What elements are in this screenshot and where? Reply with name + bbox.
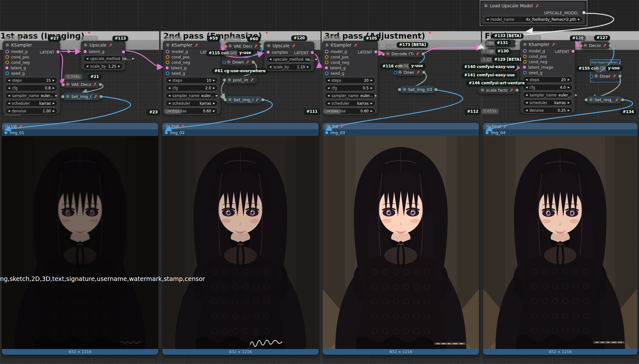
vae-decode-node[interactable]: VAE Decode [225, 42, 261, 50]
down-node[interactable]: Down [591, 72, 620, 80]
down-node[interactable]: Down [224, 58, 253, 66]
port-dot[interactable] [166, 50, 169, 53]
port-dot[interactable] [223, 79, 226, 81]
port-dot[interactable] [398, 88, 401, 91]
port-dot[interactable] [5, 61, 9, 64]
port-dot[interactable] [325, 131, 328, 134]
port-dot[interactable] [267, 51, 270, 54]
port-dot[interactable] [585, 98, 588, 101]
port-dot[interactable] [486, 131, 489, 134]
port-dot[interactable] [515, 42, 518, 45]
port-dot[interactable] [523, 66, 526, 69]
node-title-bar[interactable]: Upscale [264, 42, 314, 49]
node-title-bar[interactable]: Upscale [81, 41, 125, 49]
upscale-node[interactable]: UpscalesamplesLATENT◀upscale_methodne...… [264, 42, 314, 71]
port-dot[interactable] [590, 75, 593, 78]
widget-scale_by[interactable]: ◀scale_by1.10▶ [266, 64, 312, 70]
node-title-bar[interactable]: Load Upscale Model [481, 2, 585, 10]
set-img-node[interactable]: Set_img_04 [586, 96, 622, 103]
widget-scale_by[interactable]: ◀scale_by1.25▶ [83, 63, 123, 70]
port-dot[interactable] [5, 66, 8, 69]
node-title-bar[interactable]: KSampler [3, 41, 60, 49]
upscale-node[interactable]: Upscalelatent_g◀upscale_methodne...▶◀sca… [81, 41, 126, 70]
node-title-bar[interactable]: KSampler [520, 41, 575, 48]
port-dot[interactable] [5, 55, 9, 59]
port-dot[interactable] [325, 66, 328, 69]
port-dot[interactable] [523, 60, 527, 64]
port-dot[interactable] [84, 50, 87, 53]
port-dot[interactable] [579, 44, 582, 48]
widget-sampler_name[interactable]: ◀sampler_nameeuler...▶ [325, 92, 375, 99]
preview-header[interactable]: 1st [2, 123, 158, 129]
node-graph-canvas[interactable]: 1st pass (Imaging)2nd pass (Emphasize)3r… [0, 0, 639, 364]
port-dot[interactable] [325, 72, 328, 75]
port-dot[interactable] [374, 50, 377, 53]
ksampler-node[interactable]: KSamplermodel_gcond_poscond_neglatent_gs… [322, 41, 378, 114]
widget-denoise[interactable]: ◀denoise1.00▶ [5, 108, 58, 114]
port-dot[interactable] [582, 11, 585, 14]
widget-steps[interactable]: ◀steps20▶ [523, 76, 573, 83]
node-title-bar[interactable]: KSampler [322, 41, 378, 49]
port-dot[interactable] [381, 52, 385, 56]
ksampler-node[interactable]: KSamplermodel_gcond_poscond_neglatent_im… [520, 40, 575, 113]
port-dot[interactable] [166, 72, 169, 75]
post-img-node[interactable]: post_img [224, 76, 258, 84]
set-img-node[interactable]: Set_img_02 [225, 96, 263, 103]
port-dot[interactable] [609, 44, 612, 47]
widget-upscale_method[interactable]: ◀upscale_methodne...▶ [266, 56, 312, 63]
port-dot[interactable] [166, 66, 169, 69]
port-dot[interactable] [523, 71, 527, 74]
port-dot[interactable] [523, 55, 527, 58]
port-dot[interactable] [621, 98, 624, 101]
port-dot[interactable] [166, 61, 169, 64]
port-dot[interactable] [394, 71, 397, 74]
port-dot[interactable] [619, 75, 621, 78]
port-dot[interactable] [5, 50, 9, 53]
port-dot[interactable] [122, 50, 125, 53]
port-dot[interactable] [166, 55, 169, 59]
preview-node-4[interactable]: Finalimg_04832 × 1216 [483, 123, 637, 355]
decode-node[interactable]: Decode [580, 42, 610, 49]
down-node[interactable]: Down [395, 68, 424, 76]
port-dot[interactable] [260, 45, 263, 48]
widget-steps[interactable]: ◀steps10▶ [166, 77, 218, 84]
port-dot[interactable] [165, 131, 168, 134]
port-dot[interactable] [5, 72, 9, 75]
preview-header[interactable]: Final [483, 123, 637, 129]
widget-scheduler[interactable]: ◀schedulerkarras▶ [5, 100, 58, 107]
widget-sampler_name[interactable]: ◀sampler_nameeuler...▶ [5, 92, 58, 99]
node-title-bar[interactable]: KSampler [163, 41, 220, 49]
port-dot[interactable] [222, 61, 226, 64]
widget-cfg[interactable]: ◀cfg2.0▶ [166, 85, 218, 91]
port-dot[interactable] [57, 50, 59, 53]
load-upscale-model-node[interactable]: Load Upscale ModelUPSCALE_MODEL◀model_na… [481, 2, 585, 25]
widget-cfg[interactable]: ◀cfg0.5▶ [325, 85, 375, 91]
scale-factor-node[interactable]: scale factor [477, 86, 517, 94]
widget-cfg[interactable]: ◀cfg0.8▶ [5, 85, 58, 91]
widget-denoise[interactable]: ◀denoise0.25▶ [523, 107, 573, 114]
widget-model-name[interactable]: ◀model_name4x_foolhardy_Remacri2.pth▶ [484, 16, 583, 23]
port-dot[interactable] [4, 131, 7, 134]
preview-node-1[interactable]: 1stimg_01832 × 1216 [2, 123, 158, 355]
widget-steps[interactable]: ◀steps20▶ [325, 77, 375, 84]
widget-cfg[interactable]: ◀cfg4.0▶ [523, 84, 573, 91]
widget-upscale_method[interactable]: ◀upscale_methodne...▶ [83, 55, 123, 62]
preview-header[interactable]: 3rd [323, 123, 479, 129]
port-dot[interactable] [261, 98, 264, 101]
port-dot[interactable] [523, 49, 527, 53]
port-dot[interactable] [252, 61, 255, 64]
port-dot[interactable] [61, 83, 65, 87]
set-img-node[interactable]: Set_img_03 [399, 86, 436, 93]
port-dot[interactable] [99, 83, 102, 86]
vae-decode-node[interactable]: VAE Decode [63, 80, 100, 88]
port-dot[interactable] [224, 45, 227, 48]
preview-node-2[interactable]: 2ndimg_02832 × 1216 [162, 123, 319, 355]
widget-scheduler[interactable]: ◀schedulerkarras▶ [166, 100, 218, 107]
port-dot[interactable] [572, 50, 574, 53]
preview-header[interactable]: 2nd [162, 123, 319, 129]
port-dot[interactable] [435, 88, 437, 91]
port-dot[interactable] [61, 95, 64, 98]
port-dot[interactable] [516, 89, 519, 92]
decode-tiled-node[interactable]: Decode (Tiled) [383, 50, 423, 57]
port-dot[interactable] [100, 95, 103, 98]
